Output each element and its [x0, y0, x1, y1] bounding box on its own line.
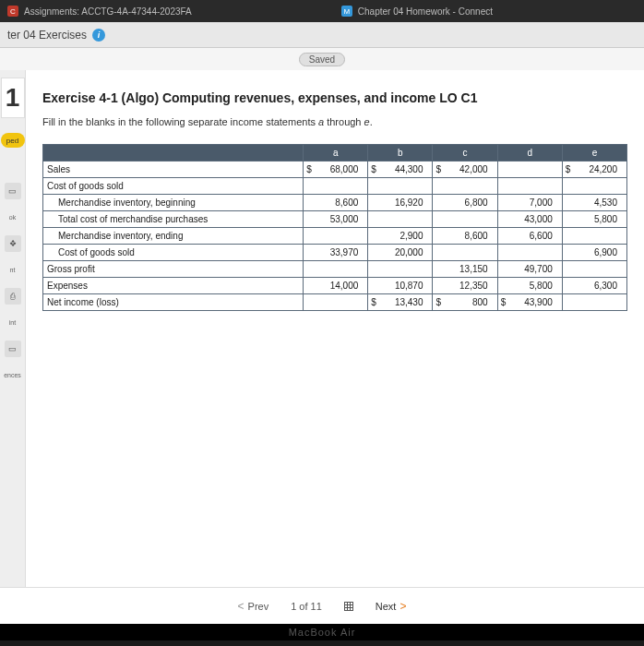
lbl-cogsold: Cost of goods sold — [43, 245, 304, 261]
lbl-gp: Gross profit — [43, 261, 304, 278]
next-button[interactable]: Next> — [376, 600, 407, 613]
prev-button[interactable]: <Prev — [238, 600, 269, 613]
exercise-subtitle: Fill in the blanks in the following sepa… — [42, 116, 627, 127]
ni-d[interactable]: $43,900 — [497, 294, 562, 311]
rail-lbl-int: int — [9, 319, 16, 326]
cogsold-e[interactable]: 6,900 — [562, 245, 626, 261]
mib-b[interactable]: 16,920 — [368, 195, 433, 211]
book-icon[interactable]: ▭ — [5, 183, 21, 199]
tcmp-e[interactable]: 5,800 — [562, 211, 626, 228]
exercise-title: Exercise 4-1 (Algo) Computing revenues, … — [42, 90, 627, 105]
cogsold-a[interactable]: 33,970 — [304, 245, 368, 261]
sales-b[interactable]: $44,300 — [368, 162, 433, 178]
tab-icon-1: C — [7, 6, 18, 17]
ref-icon[interactable]: ▭ — [5, 341, 21, 357]
tab-1-title[interactable]: Assignments: ACCTG-4A-47344-2023FA — [24, 6, 192, 17]
breadcrumb-title: ter 04 Exercises — [7, 29, 87, 42]
exp-d[interactable]: 5,800 — [497, 278, 562, 294]
col-e: e — [562, 145, 626, 162]
tcmp-a[interactable]: 53,000 — [304, 211, 368, 228]
row-ni: Net income (loss) $13,430 $800 $43,900 — [43, 294, 627, 311]
chevron-right-icon: > — [400, 600, 406, 613]
lbl-mie: Merchandise inventory, ending — [43, 228, 304, 245]
gp-d[interactable]: 49,700 — [497, 261, 562, 278]
exp-b[interactable]: 10,870 — [368, 278, 433, 294]
ni-a[interactable] — [304, 294, 368, 311]
row-mie: Merchandise inventory, ending 2,900 8,60… — [43, 228, 627, 245]
lbl-exp: Expenses — [43, 278, 304, 294]
mib-e[interactable]: 4,530 — [562, 195, 626, 211]
rail-pill-ped[interactable]: ped — [1, 133, 25, 148]
row-mib: Merchandise inventory, beginning 8,600 1… — [43, 195, 627, 211]
sales-e[interactable]: $24,200 — [562, 162, 626, 178]
grid-icon[interactable] — [344, 602, 353, 611]
row-tcmp: Total cost of merchandise purchases 53,0… — [43, 211, 627, 228]
tcmp-c[interactable] — [433, 211, 497, 228]
gp-e[interactable] — [562, 261, 626, 278]
rail-lbl-nt: nt — [10, 267, 16, 273]
lbl-sales: Sales — [43, 162, 304, 178]
footer-nav: <Prev 1 of 11 Next> — [0, 587, 644, 624]
mib-d[interactable]: 7,000 — [497, 195, 562, 211]
cogsold-d[interactable] — [497, 245, 562, 261]
mie-a[interactable] — [304, 228, 368, 245]
rail-lbl-ok: ok — [9, 214, 16, 221]
gp-b[interactable] — [368, 261, 433, 278]
mie-e[interactable] — [562, 228, 626, 245]
tcmp-b[interactable] — [368, 211, 433, 228]
content-area: Exercise 4-1 (Algo) Computing revenues, … — [26, 70, 644, 587]
mib-a[interactable]: 8,600 — [304, 195, 368, 211]
gp-c[interactable]: 13,150 — [433, 261, 497, 278]
hint-icon[interactable]: ❖ — [5, 235, 21, 252]
browser-tabs: C Assignments: ACCTG-4A-47344-2023FA M C… — [0, 0, 644, 22]
col-blank — [43, 145, 304, 162]
mib-c[interactable]: 6,800 — [433, 195, 497, 211]
income-statement-table: a b c d e Sales $68,000 $44,300 $42,000 … — [42, 144, 627, 311]
row-sales: Sales $68,000 $44,300 $42,000 $24,200 — [43, 162, 627, 178]
col-a: a — [304, 145, 368, 162]
lbl-tcmp: Total cost of merchandise purchases — [43, 211, 304, 228]
tab-icon-2: M — [341, 6, 352, 17]
page-position: 1 of 11 — [291, 601, 322, 612]
col-b: b — [368, 145, 433, 162]
tab-2-title[interactable]: Chapter 04 Homework - Connect — [358, 6, 493, 17]
lbl-ni: Net income (loss) — [43, 294, 304, 311]
cogsold-b[interactable]: 20,000 — [368, 245, 433, 261]
mie-d[interactable]: 6,600 — [497, 228, 562, 245]
lbl-cogs: Cost of goods sold — [43, 178, 304, 195]
ni-e[interactable] — [562, 294, 626, 311]
ni-b[interactable]: $13,430 — [368, 294, 433, 311]
ni-c[interactable]: $800 — [433, 294, 497, 311]
row-exp: Expenses 14,000 10,870 12,350 5,800 6,30… — [43, 278, 627, 294]
question-number[interactable]: 1 — [1, 78, 25, 118]
mie-c[interactable]: 8,600 — [433, 228, 497, 245]
mie-b[interactable]: 2,900 — [368, 228, 433, 245]
col-c: c — [433, 145, 497, 162]
saved-row: Saved — [0, 48, 644, 70]
sales-c[interactable]: $42,000 — [433, 162, 497, 178]
row-cogs: Cost of goods sold — [43, 178, 627, 195]
breadcrumb-bar: ter 04 Exercises i — [0, 22, 644, 48]
rail-lbl-ences: ences — [4, 372, 21, 378]
tcmp-d[interactable]: 43,000 — [497, 211, 562, 228]
exp-e[interactable]: 6,300 — [562, 278, 626, 294]
chevron-left-icon: < — [238, 600, 244, 613]
sales-a[interactable]: $68,000 — [304, 162, 368, 178]
cogsold-c[interactable] — [433, 245, 497, 261]
lbl-mib: Merchandise inventory, beginning — [43, 195, 304, 211]
exp-c[interactable]: 12,350 — [433, 278, 497, 294]
saved-badge: Saved — [299, 53, 345, 66]
info-icon[interactable]: i — [92, 29, 105, 42]
left-rail: 1 ped ▭ ok ❖ nt ⎙ int ▭ ences — [0, 70, 26, 587]
macbook-label: MacBook Air — [0, 624, 644, 640]
row-gp: Gross profit 13,150 49,700 — [43, 261, 627, 278]
row-cogsold: Cost of goods sold 33,970 20,000 6,900 — [43, 245, 627, 261]
exp-a[interactable]: 14,000 — [304, 278, 368, 294]
print-icon[interactable]: ⎙ — [5, 288, 21, 305]
gp-a[interactable] — [304, 261, 368, 278]
col-d: d — [497, 145, 562, 162]
sales-d[interactable] — [497, 162, 562, 178]
